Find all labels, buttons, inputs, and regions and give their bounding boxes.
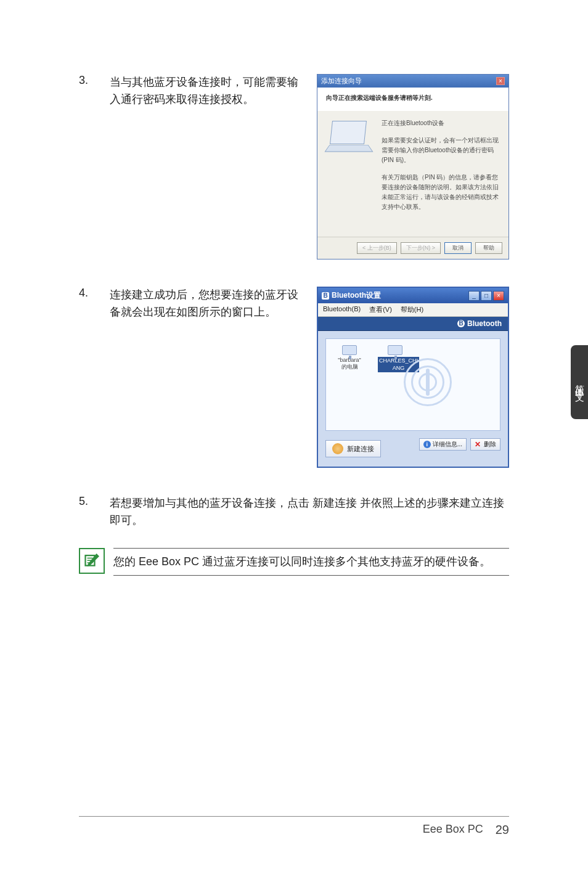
help-button[interactable]: 帮助 [475,242,502,254]
wizard-line2: 如果需要安全认证时，会有一个对话框出现需要你输入你的Bluetooth设备的通行… [382,136,500,165]
step-number: 5. [79,495,97,529]
step-4: 4. 连接建立成功后，您想要连接的蓝牙设备就会出现在如图所示的窗口上。 B Bl… [79,287,509,468]
maximize-button[interactable]: □ [481,291,492,301]
wizard-title-text: 添加连接向导 [321,76,362,86]
btwindow-figure: B Bluetooth设置 _ □ × Bluetooth(B) 查看(V) 帮… [317,287,509,468]
antenna-icon [332,443,343,454]
computer-icon [388,345,402,355]
device-label: 的电脑 [332,363,367,371]
bt-menubar: Bluetooth(B) 查看(V) 帮助(H) [318,303,508,317]
step-number: 4. [79,287,97,468]
minimize-button[interactable]: _ [468,291,480,301]
step-number: 3. [79,74,97,259]
product-name: Eee Box PC [423,823,483,837]
menu-bluetooth[interactable]: Bluetooth(B) [323,305,361,314]
signal-icon [400,351,462,413]
device-area: "barbara" 的电脑 CHARLES_CHI ANG [325,338,500,431]
language-tab[interactable]: 简体中文 [571,345,588,419]
cancel-button[interactable]: 取消 [444,242,472,254]
wizard-titlebar: 添加连接向导 × [317,75,508,88]
wizard-button-bar: < 上一步(B) 下一步(N) > 取消 帮助 [317,237,508,259]
delete-icon: ✕ [475,441,482,448]
note-icon [79,548,105,574]
new-connection-label: 新建连接 [347,444,374,454]
back-button[interactable]: < 上一步(B) [357,242,397,254]
step-text: 连接建立成功后，您想要连接的蓝牙设备就会出现在如图所示的窗口上。 [110,287,304,468]
step-text: 当与其他蓝牙设备连接时，可能需要输入通行密码来取得连接授权。 [110,74,304,259]
bluetooth-icon: B [322,292,329,300]
delete-label: 删除 [484,440,496,449]
laptop-icon [326,118,375,155]
new-connection-button[interactable]: 新建连接 [325,440,381,457]
menu-view[interactable]: 查看(V) [369,305,392,314]
close-icon[interactable]: × [496,77,505,85]
step-5: 5. 若想要增加与其他的蓝牙设备连接，点击 新建连接 并依照上述的步骤来建立连接… [79,495,509,529]
bluetooth-window: B Bluetooth设置 _ □ × Bluetooth(B) 查看(V) 帮… [317,287,509,468]
note-box: 您的 Eee Box PC 通过蓝牙连接可以同时连接多个其他支持蓝牙的硬件设备。 [79,548,509,576]
computer-icon [342,345,357,355]
wizard-figure: 添加连接向导 × 向导正在搜索远端设备服务请稍等片刻. 正在连接Bluetoot… [317,74,509,259]
next-button[interactable]: 下一步(N) > [401,242,441,254]
step-3: 3. 当与其他蓝牙设备连接时，可能需要输入通行密码来取得连接授权。 添加连接向导… [79,74,509,259]
bt-titlebar: B Bluetooth设置 _ □ × [318,288,508,303]
step-text: 若想要增加与其他的蓝牙设备连接，点击 新建连接 并依照上述的步骤来建立连接即可。 [110,495,509,529]
page-number: 29 [496,823,509,837]
bt-brandbar: B Bluetooth [318,317,508,331]
detail-label: 详细信息... [433,440,462,449]
device-item[interactable]: "barbara" 的电脑 [332,345,367,424]
bt-title: Bluetooth设置 [332,290,381,301]
note-text: 您的 Eee Box PC 通过蓝牙连接可以同时连接多个其他支持蓝牙的硬件设备。 [113,548,509,576]
page-footer: Eee Box PC 29 [79,816,509,837]
menu-help[interactable]: 帮助(H) [401,305,423,314]
bluetooth-logo-icon: B [457,320,465,327]
wizard-body-text: 正在连接Bluetooth设备 如果需要安全认证时，会有一个对话框出现需要你输入… [382,118,500,219]
detail-button[interactable]: i 详细信息... [419,438,467,451]
wizard-line1: 正在连接Bluetooth设备 [382,118,500,128]
close-button[interactable]: × [493,291,504,301]
wizard-subtitle: 向导正在搜索远端设备服务请稍等片刻. [317,88,508,111]
wizard-line3: 有关万能钥匙（PIN 码）的信息，请参看您要连接的设备随附的说明。如果该方法依旧… [382,173,500,212]
info-icon: i [423,441,431,448]
delete-button[interactable]: ✕ 删除 [470,438,500,451]
wizard-dialog: 添加连接向导 × 向导正在搜索远端设备服务请稍等片刻. 正在连接Bluetoot… [317,74,509,259]
bt-brand-text: Bluetooth [467,319,502,328]
